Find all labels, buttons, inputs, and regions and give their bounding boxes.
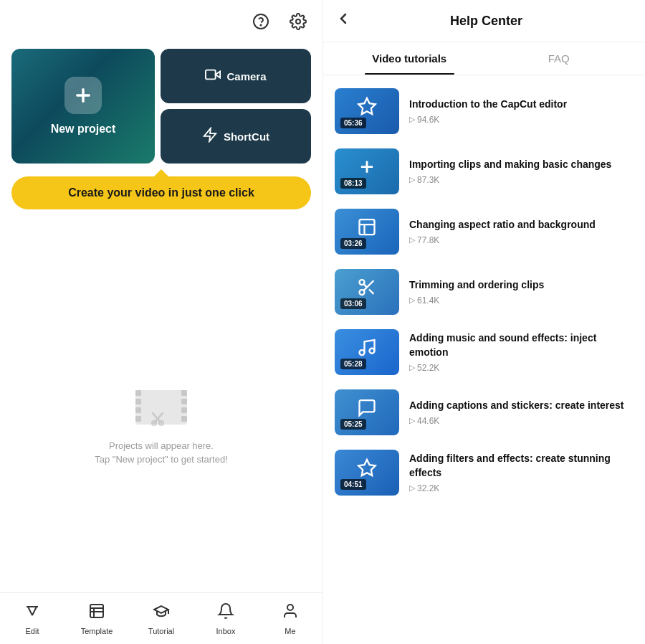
tutorials-list: 05:36 Introduction to the CapCut editor … bbox=[323, 75, 645, 644]
play-icon-7: ▷ bbox=[409, 483, 415, 493]
tutorial-info-6: Adding captions and stickers: create int… bbox=[409, 399, 634, 426]
tutorial-duration-2: 08:13 bbox=[340, 178, 366, 189]
new-project-label: New project bbox=[51, 123, 116, 136]
nav-label-inbox: Inbox bbox=[216, 627, 236, 635]
tutorial-item-7[interactable]: 04:51 Adding filters and effects: create… bbox=[323, 442, 645, 503]
inbox-icon bbox=[217, 602, 234, 624]
tutorial-views-4: ▷ 61.4K bbox=[409, 295, 634, 306]
tutorial-item-2[interactable]: 08:13 Importing clips and making basic c… bbox=[323, 141, 645, 202]
left-panel: New project Camera ShortCut bbox=[0, 0, 322, 644]
create-video-button[interactable]: Create your video in just one click bbox=[11, 176, 311, 209]
play-icon-6: ▷ bbox=[409, 416, 415, 425]
nav-item-edit[interactable]: Edit bbox=[0, 602, 64, 635]
tutorial-info-5: Adding music and sound effects: inject e… bbox=[409, 331, 634, 372]
empty-text-line1: Projects will appear here. bbox=[109, 440, 214, 451]
tab-video-tutorials[interactable]: Video tutorials bbox=[335, 42, 484, 75]
tutorial-title-1: Introduction to the CapCut editor bbox=[409, 98, 634, 112]
tutorial-thumb-2: 08:13 bbox=[335, 148, 399, 194]
nav-label-tutorial: Tutorial bbox=[148, 627, 174, 635]
tutorial-duration-3: 03:26 bbox=[340, 238, 366, 249]
new-project-card[interactable]: New project bbox=[11, 49, 155, 164]
tutorial-info-1: Introduction to the CapCut editor ▷ 94.6… bbox=[409, 98, 634, 125]
svg-rect-10 bbox=[135, 407, 141, 413]
play-icon-5: ▷ bbox=[409, 363, 415, 372]
svg-point-27 bbox=[287, 605, 293, 610]
tutorial-views-5: ▷ 52.2K bbox=[409, 363, 634, 373]
tutorial-views-2: ▷ 87.3K bbox=[409, 175, 634, 185]
tutorial-duration-5: 05:28 bbox=[340, 359, 366, 369]
tutorial-views-1: ▷ 94.6K bbox=[409, 115, 634, 125]
tab-faq[interactable]: FAQ bbox=[484, 42, 634, 75]
right-cards: Camera ShortCut bbox=[161, 49, 311, 164]
empty-icon bbox=[133, 387, 190, 430]
tutorial-info-4: Trimming and ordering clips ▷ 61.4K bbox=[409, 278, 634, 306]
play-icon-3: ▷ bbox=[409, 235, 415, 245]
svg-rect-8 bbox=[135, 390, 141, 396]
tutorial-info-3: Changing aspect ratio and background ▷ 7… bbox=[409, 218, 634, 245]
nav-item-inbox[interactable]: Inbox bbox=[194, 602, 258, 635]
nav-label-edit: Edit bbox=[26, 627, 39, 635]
svg-rect-14 bbox=[181, 407, 187, 413]
help-icon-button[interactable] bbox=[248, 9, 274, 34]
svg-point-38 bbox=[370, 349, 375, 354]
shortcut-label: ShortCut bbox=[224, 131, 269, 143]
tutorial-views-7: ▷ 32.2K bbox=[409, 483, 634, 493]
tutorial-item-3[interactable]: 03:26 Changing aspect ratio and backgrou… bbox=[323, 202, 645, 262]
tutorial-item-6[interactable]: 05:25 Adding captions and stickers: crea… bbox=[323, 382, 645, 442]
edit-icon bbox=[24, 602, 41, 624]
svg-rect-15 bbox=[181, 416, 187, 422]
play-icon-1: ▷ bbox=[409, 115, 415, 124]
tutorial-info-2: Importing clips and making basic changes… bbox=[409, 158, 634, 185]
tutorial-thumb-4: 03:06 bbox=[335, 269, 399, 315]
svg-rect-7 bbox=[135, 390, 187, 425]
svg-point-33 bbox=[360, 290, 365, 295]
tutorial-title-4: Trimming and ordering clips bbox=[409, 278, 634, 293]
play-icon-4: ▷ bbox=[409, 295, 415, 305]
settings-icon-button[interactable] bbox=[285, 9, 311, 34]
svg-line-35 bbox=[369, 289, 373, 293]
projects-area: New project Camera ShortCut bbox=[0, 43, 322, 169]
template-icon bbox=[88, 602, 105, 624]
tutorial-views-6: ▷ 44.6K bbox=[409, 416, 634, 426]
new-project-plus-icon bbox=[64, 77, 102, 114]
tutorial-duration-6: 05:25 bbox=[340, 419, 366, 430]
tutorial-duration-1: 05:36 bbox=[340, 118, 366, 128]
empty-text: Projects will appear here. Tap "New proj… bbox=[95, 439, 228, 467]
tutorial-views-3: ▷ 77.8K bbox=[409, 235, 634, 245]
back-button[interactable] bbox=[335, 10, 352, 32]
nav-item-template[interactable]: Template bbox=[64, 602, 129, 635]
play-icon-2: ▷ bbox=[409, 175, 415, 184]
me-icon bbox=[282, 602, 299, 624]
camera-label: Camera bbox=[226, 70, 266, 82]
tutorial-thumb-1: 05:36 bbox=[335, 88, 399, 134]
left-header bbox=[0, 0, 322, 43]
camera-icon bbox=[205, 67, 221, 86]
tutorial-item-4[interactable]: 03:06 Trimming and ordering clips ▷ 61.4… bbox=[323, 262, 645, 322]
tutorial-duration-4: 03:06 bbox=[340, 298, 366, 309]
svg-line-21 bbox=[28, 607, 32, 615]
svg-rect-13 bbox=[181, 399, 187, 404]
tutorial-duration-7: 04:51 bbox=[340, 479, 366, 490]
shortcut-icon bbox=[202, 127, 218, 146]
tutorial-thumb-7: 04:51 bbox=[335, 450, 399, 496]
svg-rect-11 bbox=[135, 416, 141, 422]
tutorial-item-1[interactable]: 05:36 Introduction to the CapCut editor … bbox=[323, 81, 645, 141]
svg-rect-9 bbox=[135, 399, 141, 404]
nav-label-me: Me bbox=[285, 627, 295, 635]
svg-point-32 bbox=[360, 280, 365, 285]
tutorial-item-5[interactable]: 05:28 Adding music and sound effects: in… bbox=[323, 322, 645, 382]
tutorial-thumb-6: 05:25 bbox=[335, 389, 399, 435]
tutorial-thumb-3: 03:26 bbox=[335, 209, 399, 255]
right-panel: Help Center Video tutorials FAQ 05:36 In… bbox=[322, 0, 645, 644]
tutorial-title-6: Adding captions and stickers: create int… bbox=[409, 399, 634, 413]
nav-item-me[interactable]: Me bbox=[258, 602, 322, 635]
svg-rect-12 bbox=[181, 390, 187, 396]
svg-rect-30 bbox=[360, 219, 375, 235]
empty-text-line2: Tap "New project" to get started! bbox=[95, 454, 228, 465]
help-center-title: Help Center bbox=[360, 14, 612, 29]
shortcut-card[interactable]: ShortCut bbox=[161, 109, 311, 164]
camera-card[interactable]: Camera bbox=[161, 49, 311, 103]
svg-marker-39 bbox=[358, 460, 375, 475]
nav-item-tutorial[interactable]: Tutorial bbox=[129, 602, 194, 635]
help-tabs: Video tutorials FAQ bbox=[323, 42, 645, 75]
